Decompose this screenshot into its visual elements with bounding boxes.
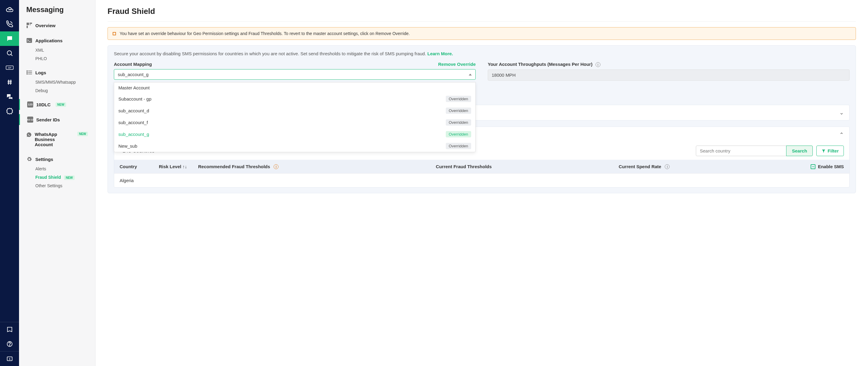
info-icon[interactable]: i bbox=[665, 164, 670, 169]
svg-line-10 bbox=[10, 80, 11, 85]
docs-icon[interactable] bbox=[0, 322, 19, 337]
sidebar-item-other[interactable]: Other Settings bbox=[19, 182, 95, 190]
sidebar-item-label: Settings bbox=[35, 157, 53, 162]
dropdown-item[interactable]: sub_account_fOverridden bbox=[114, 117, 475, 128]
sidebar-item-logs[interactable]: Logs bbox=[19, 67, 95, 78]
svg-rect-18 bbox=[27, 26, 28, 28]
info-panel: Secure your account by disabling SMS per… bbox=[107, 45, 856, 193]
new-badge: NEW bbox=[77, 132, 88, 136]
sidebar-item-settings[interactable]: Settings bbox=[19, 154, 95, 164]
info-icon[interactable]: i bbox=[596, 62, 600, 67]
dropdown-item[interactable]: New_subOverridden bbox=[114, 140, 475, 152]
sidebar-item-label: Applications bbox=[35, 38, 63, 43]
sidebar-item-phlo[interactable]: PHLO bbox=[19, 54, 95, 63]
svg-point-12 bbox=[9, 345, 10, 345]
gear-icon bbox=[26, 156, 32, 162]
sidebar-title: Messaging bbox=[19, 5, 95, 20]
col-recommended: Recommended Fraud Thresholds i bbox=[198, 164, 436, 169]
col-country: Country bbox=[120, 164, 159, 169]
page-title: Fraud Shield bbox=[107, 7, 856, 16]
svg-text:$: $ bbox=[9, 358, 10, 361]
sidebar: Messaging Overview Applications XML PHLO bbox=[19, 0, 95, 366]
svg-rect-19 bbox=[27, 38, 32, 43]
overridden-tag: Overridden bbox=[446, 96, 471, 102]
sidebar-item-applications[interactable]: Applications bbox=[19, 35, 95, 46]
chevron-up-icon bbox=[469, 74, 472, 75]
keypad-icon: 123 bbox=[27, 101, 33, 108]
account-mapping-label: Account Mapping bbox=[114, 62, 152, 67]
sip-icon[interactable]: SIP bbox=[0, 60, 19, 75]
list-icon bbox=[26, 69, 32, 75]
sidebar-item-xml[interactable]: XML bbox=[19, 46, 95, 54]
learn-more-link[interactable]: Learn More. bbox=[427, 51, 453, 56]
dropdown-item-label: sub_account_f bbox=[118, 120, 148, 125]
terminal-icon bbox=[26, 37, 32, 43]
sidebar-item-sms[interactable]: SMS/MMS/Whatsapp bbox=[19, 78, 95, 86]
lookup-icon[interactable] bbox=[0, 46, 19, 60]
svg-text:SIP: SIP bbox=[8, 67, 11, 69]
dropdown-item-label: New_sub bbox=[118, 144, 137, 149]
override-alert: You have set an override behaviour for G… bbox=[107, 27, 856, 40]
sidebar-item-10dlc[interactable]: 123 10DLC NEW bbox=[20, 99, 95, 110]
whatsapp-icon bbox=[26, 132, 32, 138]
sidebar-item-label: WhatsApp Business Account bbox=[35, 132, 72, 147]
verify-icon[interactable] bbox=[0, 104, 19, 118]
sidebar-item-fraud-shield[interactable]: Fraud Shield NEW bbox=[19, 173, 95, 182]
svg-point-26 bbox=[27, 74, 28, 74]
account-select-value: sub_account_g bbox=[118, 72, 149, 77]
info-text: Secure your account by disabling SMS per… bbox=[114, 51, 849, 56]
alert-text: You have set an override behaviour for G… bbox=[120, 31, 410, 36]
info-icon[interactable]: i bbox=[274, 164, 278, 169]
svg-point-0 bbox=[9, 9, 9, 10]
col-current: Current Fraud Thresholds bbox=[436, 164, 619, 169]
cloud-icon[interactable] bbox=[0, 2, 19, 17]
sidebar-item-alerts[interactable]: Alerts bbox=[19, 164, 95, 173]
message-icon[interactable] bbox=[0, 31, 19, 46]
conversation-icon[interactable] bbox=[0, 89, 19, 104]
new-badge: NEW bbox=[56, 102, 66, 107]
dropdown-item-label: sub_account_d bbox=[118, 108, 149, 113]
svg-point-25 bbox=[27, 72, 28, 73]
sidebar-item-label: 10DLC bbox=[36, 102, 51, 107]
billing-icon[interactable]: $ bbox=[0, 352, 19, 366]
search-country-input[interactable] bbox=[696, 146, 786, 156]
account-select[interactable]: sub_account_g bbox=[114, 69, 476, 80]
svg-line-9 bbox=[8, 80, 9, 85]
filter-button[interactable]: Filter bbox=[816, 146, 844, 156]
dropdown-item[interactable]: sub_account_gOverridden bbox=[114, 128, 475, 140]
sidebar-item-overview[interactable]: Overview bbox=[19, 20, 95, 31]
dropdown-item[interactable]: Master Account bbox=[114, 83, 475, 93]
main-content: Fraud Shield You have set an override be… bbox=[95, 0, 868, 366]
sidebar-item-debug[interactable]: Debug bbox=[19, 86, 95, 95]
sidebar-item-label: Overview bbox=[35, 23, 56, 28]
search-button[interactable]: Search bbox=[786, 146, 813, 156]
svg-point-2 bbox=[10, 9, 11, 10]
help-icon[interactable] bbox=[0, 337, 19, 351]
chevron-down-icon: ⌄ bbox=[839, 109, 844, 116]
col-risk[interactable]: Risk Level ↑↓ bbox=[159, 164, 198, 169]
table-header: Country Risk Level ↑↓ Recommended Fraud … bbox=[114, 160, 849, 173]
hash-icon[interactable] bbox=[0, 75, 19, 89]
svg-point-1 bbox=[10, 9, 10, 10]
alert-icon bbox=[113, 32, 116, 35]
overridden-tag: Overridden bbox=[446, 108, 471, 114]
svg-line-4 bbox=[11, 54, 12, 56]
col-spend: Current Spend Rate i bbox=[619, 164, 802, 169]
throughput-label: Your Account Throughputs (Messages Per H… bbox=[488, 62, 593, 67]
indeterminate-checkbox[interactable]: − bbox=[811, 164, 815, 169]
throughput-value: 18000 MPH bbox=[488, 69, 849, 81]
chevron-up-icon: ⌄ bbox=[839, 131, 844, 138]
dropdown-item[interactable]: Subaccount - gpOverridden bbox=[114, 93, 475, 105]
phone-icon[interactable] bbox=[0, 17, 19, 31]
filter-icon bbox=[822, 149, 826, 153]
svg-point-24 bbox=[27, 71, 28, 71]
sidebar-item-whatsapp[interactable]: WhatsApp Business Account NEW bbox=[19, 129, 95, 150]
sidebar-item-sender-ids[interactable]: A0·12 Sender IDs bbox=[20, 114, 95, 125]
sort-icon: ↑↓ bbox=[182, 164, 187, 169]
dropdown-item[interactable]: sub_account_dOverridden bbox=[114, 105, 475, 117]
account-dropdown: Master AccountSubaccount - gpOverriddens… bbox=[114, 82, 476, 152]
country-cell: Algeria bbox=[120, 178, 159, 183]
remove-override-link[interactable]: Remove Override bbox=[438, 62, 476, 67]
table-row: Algeria bbox=[114, 173, 849, 187]
svg-rect-16 bbox=[30, 23, 32, 24]
